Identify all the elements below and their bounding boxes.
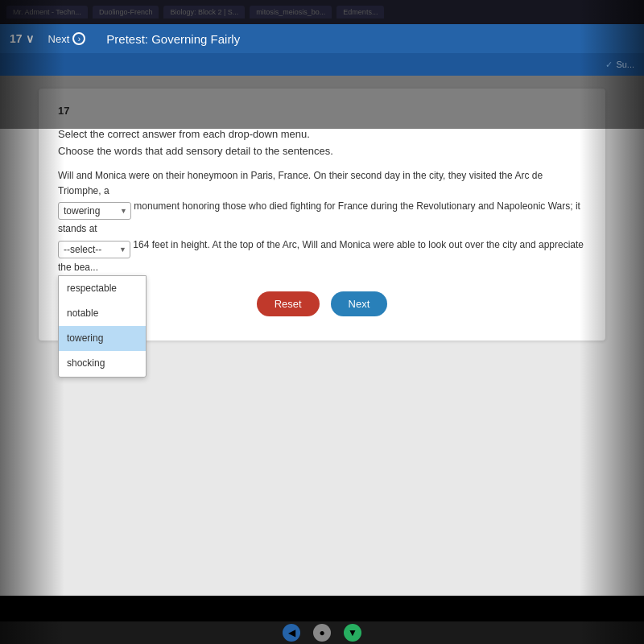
option-shocking[interactable]: shocking	[59, 351, 146, 376]
nav-next-button[interactable]: Next ›	[42, 29, 93, 48]
dropdown2-select-container[interactable]: --select-- beautiful vast stunning wide …	[58, 241, 130, 258]
next-button[interactable]: Next	[331, 291, 388, 316]
reset-button[interactable]: Reset	[257, 291, 320, 316]
passage-text: Will and Monica were on their honeymoon …	[58, 168, 586, 275]
dropdown1-container[interactable]: respectable notable towering shocking ▼ …	[58, 200, 131, 221]
option-towering[interactable]: towering	[59, 326, 146, 351]
tab-duolingo[interactable]: Duolingo-French	[93, 6, 159, 19]
nav-next-label: Next	[48, 33, 70, 45]
dropdown2-select[interactable]: --select-- beautiful vast stunning wide	[58, 241, 130, 258]
tab-biology[interactable]: Biology: Block 2 | S...	[163, 6, 245, 19]
instruction-text: Select the correct answer from each drop…	[58, 128, 586, 140]
next-circle-icon: ›	[72, 32, 85, 45]
tabs-bar: Mr. Adment - Techn... Duolingo-French Bi…	[0, 0, 644, 24]
tab-mitosis[interactable]: mitosis_meiosis_bo...	[250, 6, 332, 19]
taskbar-icon-back[interactable]: ◀	[283, 624, 300, 642]
question-card: 17 Select the correct answer from each d…	[39, 89, 605, 341]
dropdown1-select-container[interactable]: respectable notable towering shocking ▼	[58, 202, 131, 220]
page-title: Pretest: Governing Fairly	[106, 32, 240, 46]
dropdown2-container[interactable]: --select-- beautiful vast stunning wide …	[58, 239, 130, 260]
nav-bar: 17 ∨ Next › Pretest: Governing Fairly	[0, 24, 644, 53]
question-number-badge: 17	[58, 105, 586, 117]
option-respectable[interactable]: respectable	[59, 276, 146, 301]
sub-label: ✓ Su...	[605, 60, 634, 70]
taskbar-icon-home[interactable]: ●	[313, 624, 331, 642]
question-number-nav: 17 ∨	[10, 32, 34, 45]
option-notable[interactable]: notable	[59, 301, 146, 326]
main-content: 17 Select the correct answer from each d…	[0, 76, 644, 596]
instruction-sub: Choose the words that add sensory detail…	[58, 145, 586, 157]
dropdown1-select[interactable]: respectable notable towering shocking	[58, 202, 131, 220]
taskbar-icon-menu[interactable]: ▼	[344, 624, 361, 642]
dropdown1-open-menu[interactable]: respectable notable towering shocking	[58, 275, 147, 378]
sub-nav: ✓ Su...	[0, 53, 644, 76]
tab-adment[interactable]: Mr. Adment - Techn...	[6, 6, 88, 19]
taskbar: ◀ ● ▼	[0, 621, 644, 644]
tab-edments[interactable]: Edments...	[336, 6, 384, 19]
